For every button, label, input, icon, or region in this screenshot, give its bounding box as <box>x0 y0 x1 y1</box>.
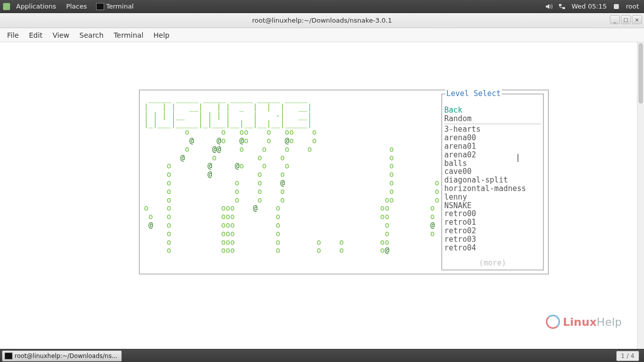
applications-menu[interactable]: Applications <box>11 3 61 10</box>
menu-edit[interactable]: Edit <box>24 31 47 39</box>
level-item[interactable]: arena00 <box>444 134 541 142</box>
level-item[interactable]: balls <box>444 159 541 168</box>
level-item[interactable]: 3-hearts <box>444 125 541 134</box>
level-random[interactable]: Random <box>444 115 541 123</box>
menubar: File Edit View Search Terminal Help <box>0 28 644 42</box>
level-separator <box>444 124 541 124</box>
terminal-launcher-label: Terminal <box>106 3 134 10</box>
level-item[interactable]: cave00 <box>444 167 541 176</box>
minimize-button[interactable]: _ <box>610 15 620 24</box>
taskbar-terminal-entry[interactable]: root@linuxhelp:~/Downloads/ns... <box>2 350 122 361</box>
level-item[interactable]: retro02 <box>444 227 541 235</box>
level-item[interactable]: retro03 <box>444 235 541 244</box>
vertical-scrollbar[interactable] <box>637 42 644 349</box>
maximize-button[interactable]: □ <box>621 15 631 24</box>
level-item[interactable]: horizontal-madness <box>444 185 541 193</box>
level-select-panel: Level Select Back Random 3-heartsarena00… <box>441 95 544 270</box>
terminal-icon <box>5 352 13 359</box>
level-item[interactable]: lenny <box>444 193 541 202</box>
svg-rect-0 <box>559 4 561 6</box>
terminal-launcher[interactable]: Terminal <box>92 3 138 10</box>
menu-terminal[interactable]: Terminal <box>109 31 148 39</box>
user-menu[interactable]: root <box>626 3 639 10</box>
linuxhelp-watermark: LinuxHelp <box>546 315 622 329</box>
watermark-swirl-icon <box>546 315 560 329</box>
level-select-title: Level Select <box>445 89 502 98</box>
level-item[interactable]: retro04 <box>444 244 541 252</box>
gnome-bottom-panel: root@linuxhelp:~/Downloads/ns... 1 / 4 <box>0 349 644 362</box>
network-icon[interactable] <box>558 3 566 10</box>
level-item[interactable]: diagonal-split <box>444 176 541 185</box>
distro-icon <box>3 3 10 10</box>
terminal-icon <box>96 3 104 10</box>
menu-search[interactable]: Search <box>74 31 109 39</box>
text-cursor <box>518 154 518 162</box>
terminal-window: root@linuxhelp:~/Downloads/nsnake-3.0.1 … <box>0 13 644 349</box>
close-button[interactable]: × <box>632 15 642 24</box>
level-item[interactable]: arena02 <box>444 151 541 159</box>
gnome-top-panel: Applications Places Terminal Wed 05:15 r… <box>0 0 644 13</box>
window-title: root@linuxhelp:~/Downloads/nsnake-3.0.1 <box>252 17 392 24</box>
window-titlebar[interactable]: root@linuxhelp:~/Downloads/nsnake-3.0.1 … <box>0 13 644 28</box>
user-icon <box>613 3 620 10</box>
level-item[interactable]: arena01 <box>444 142 541 151</box>
nsnake-frame: _____ _____ _____ _____ _____ _____ | | … <box>139 89 549 275</box>
menu-view[interactable]: View <box>48 31 74 39</box>
snake-playfield: o o oo o oo o @ @o @o o @o o o @@ o o o … <box>144 128 439 255</box>
nsnake-logo: _____ _____ _____ _____ _____ _____ | | … <box>144 95 439 128</box>
scrollbar-thumb[interactable] <box>638 43 643 104</box>
watermark-rest: Help <box>597 316 622 328</box>
watermark-accent: Linux <box>563 316 597 328</box>
taskbar-entry-label: root@linuxhelp:~/Downloads/ns... <box>15 352 117 359</box>
level-back[interactable]: Back <box>444 106 541 115</box>
clock[interactable]: Wed 05:15 <box>572 3 607 10</box>
menu-help[interactable]: Help <box>148 31 175 39</box>
level-item[interactable]: retro00 <box>444 210 541 218</box>
level-more[interactable]: (more) <box>444 259 541 267</box>
terminal-viewport[interactable]: _____ _____ _____ _____ _____ _____ | | … <box>0 42 644 349</box>
menu-file[interactable]: File <box>2 31 24 39</box>
level-item[interactable]: NSNAKE <box>444 202 541 210</box>
level-item[interactable]: retro01 <box>444 218 541 227</box>
svg-rect-2 <box>614 4 619 9</box>
places-menu[interactable]: Places <box>61 3 92 10</box>
volume-icon[interactable] <box>545 3 552 10</box>
workspace-pager[interactable]: 1 / 4 <box>616 351 639 361</box>
